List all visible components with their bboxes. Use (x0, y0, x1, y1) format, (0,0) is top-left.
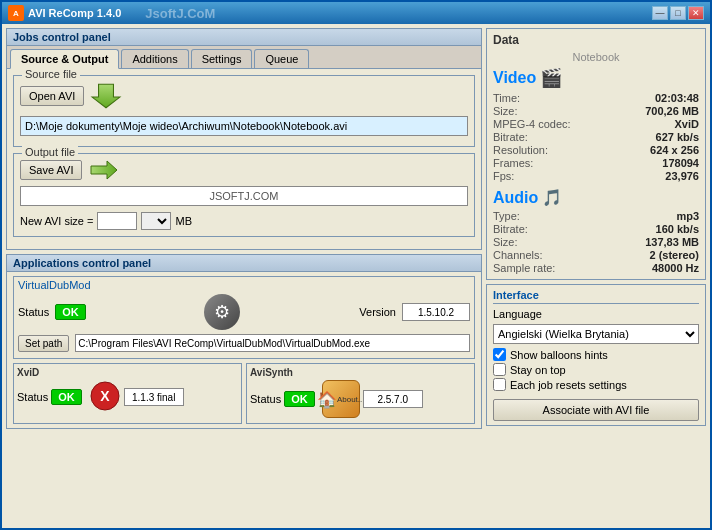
xvid-status-label: Status (17, 391, 48, 403)
data-row-frames: Frames: 178094 (493, 157, 699, 169)
film-icon: 🎬 (540, 67, 562, 89)
stay-on-top-checkbox[interactable] (493, 363, 506, 376)
tab-additions[interactable]: Additions (121, 49, 188, 68)
vdub-version-input[interactable] (402, 303, 470, 321)
codec-val: XviD (675, 118, 699, 130)
resets-label: Each job resets settings (510, 379, 627, 391)
output-file-group: Output file Save AVI (13, 153, 475, 237)
audio-bitrate-val: 160 kb/s (656, 223, 699, 235)
language-row: Language (493, 308, 699, 320)
size-unit-select[interactable] (141, 212, 171, 230)
data-row-fps: Fps: 23,976 (493, 170, 699, 182)
main-content: Jobs control panel Source & Output Addit… (2, 24, 710, 528)
frames-val: 178094 (662, 157, 699, 169)
data-row-sample: Sample rate: 48000 Hz (493, 262, 699, 274)
maximize-button[interactable]: □ (670, 6, 686, 20)
tabs-bar: Source & Output Additions Settings Queue (7, 46, 481, 69)
xvid-icon: X (89, 380, 121, 414)
vdub-path-row: Set path (18, 334, 470, 352)
video-text: Video (493, 69, 536, 87)
interface-panel: Interface Language Angielski (Wielka Bry… (486, 284, 706, 426)
window-title: AVI ReComp 1.4.0 (28, 7, 121, 19)
avisynth-version-input[interactable] (363, 390, 423, 408)
vdub-version-label: Version (359, 306, 396, 318)
vdub-status-label: Status (18, 306, 49, 318)
tab-settings[interactable]: Settings (191, 49, 253, 68)
associate-button[interactable]: Associate with AVI file (493, 399, 699, 421)
source-path-row (20, 116, 468, 136)
jobs-panel-title: Jobs control panel (7, 29, 481, 46)
xvid-status-badge: OK (51, 389, 82, 405)
apps-panel-title: Applications control panel (7, 255, 481, 272)
main-window: A AVI ReComp 1.4.0 JsoftJ.CoM — □ ✕ Jobs… (0, 0, 712, 530)
size-label: New AVI size = (20, 215, 93, 227)
gear-icon: ⚙ (204, 294, 240, 330)
data-panel: Data Notebook Video 🎬 Time: 02:03:48 Siz… (486, 28, 706, 280)
avisynth-status-row: Status OK 🏠 About... (250, 380, 471, 418)
balloons-checkbox[interactable] (493, 348, 506, 361)
interface-title: Interface (493, 289, 699, 304)
output-path-input[interactable] (20, 186, 468, 206)
set-path-button[interactable]: Set path (18, 335, 69, 352)
title-bar: A AVI ReComp 1.4.0 JsoftJ.CoM — □ ✕ (2, 2, 710, 24)
stay-on-top-row: Stay on top (493, 363, 699, 376)
source-file-group: Source file Open AVI (13, 75, 475, 147)
right-panel: Data Notebook Video 🎬 Time: 02:03:48 Siz… (486, 28, 706, 524)
about-button[interactable]: 🏠 About... (322, 380, 360, 418)
jobs-panel: Jobs control panel Source & Output Addit… (6, 28, 482, 250)
xvid-version-input[interactable] (124, 388, 184, 406)
data-row-size: Size: 700,26 MB (493, 105, 699, 117)
size-input[interactable] (97, 212, 137, 230)
audio-size-key: Size: (493, 236, 517, 248)
balloons-row: Show balloons hints (493, 348, 699, 361)
vdub-status-badge: OK (55, 304, 86, 320)
save-avi-button[interactable]: Save AVI (20, 160, 82, 180)
data-title: Data (493, 33, 699, 47)
minimize-button[interactable]: — (652, 6, 668, 20)
stay-on-top-label: Stay on top (510, 364, 566, 376)
res-key: Resolution: (493, 144, 548, 156)
avisynth-title: AviSynth (250, 367, 471, 378)
data-row-bitrate: Bitrate: 627 kb/s (493, 131, 699, 143)
avisynth-section: AviSynth Status OK 🏠 About... (246, 363, 475, 424)
title-bar-left: A AVI ReComp 1.4.0 JsoftJ.CoM (8, 5, 215, 21)
apps-panel: Applications control panel VirtualDubMod… (6, 254, 482, 429)
channels-key: Channels: (493, 249, 543, 261)
close-button[interactable]: ✕ (688, 6, 704, 20)
size-suffix: MB (175, 215, 192, 227)
time-val: 02:03:48 (655, 92, 699, 104)
video-fields: Time: 02:03:48 Size: 700,26 MB MPEG-4 co… (493, 92, 699, 182)
audio-bitrate-key: Bitrate: (493, 223, 528, 235)
language-select-row: Angielski (Wielka Brytania) (493, 324, 699, 344)
svg-text:X: X (100, 388, 110, 404)
xvid-title: XviD (17, 367, 238, 378)
source-path-input[interactable] (20, 116, 468, 136)
open-arrow-icon (90, 80, 122, 112)
sample-val: 48000 Hz (652, 262, 699, 274)
save-arrow-icon (88, 158, 120, 182)
size-row: New AVI size = MB (20, 210, 468, 230)
data-row-res: Resolution: 624 x 256 (493, 144, 699, 156)
vdub-icon: ⚙ (92, 294, 354, 330)
audio-type-val: mp3 (676, 210, 699, 222)
vdub-path-input[interactable] (75, 334, 470, 352)
language-select[interactable]: Angielski (Wielka Brytania) (493, 324, 699, 344)
about-label: About... (337, 395, 365, 404)
source-file-row: Open AVI (20, 80, 468, 112)
tab-queue[interactable]: Queue (254, 49, 309, 68)
svg-marker-0 (92, 84, 120, 107)
fps-key: Fps: (493, 170, 514, 182)
output-file-row: Save AVI (20, 158, 468, 182)
tab-content: Source file Open AVI (7, 69, 481, 249)
music-icon: 🎵 (542, 188, 562, 207)
data-row-time: Time: 02:03:48 (493, 92, 699, 104)
open-avi-button[interactable]: Open AVI (20, 86, 84, 106)
codec-key: MPEG-4 codec: (493, 118, 571, 130)
source-file-legend: Source file (22, 68, 80, 80)
resets-checkbox[interactable] (493, 378, 506, 391)
data-row-audio-bitrate: Bitrate: 160 kb/s (493, 223, 699, 235)
tab-source-output[interactable]: Source & Output (10, 49, 119, 69)
output-path-row (20, 186, 468, 206)
resets-row: Each job resets settings (493, 378, 699, 391)
res-val: 624 x 256 (650, 144, 699, 156)
